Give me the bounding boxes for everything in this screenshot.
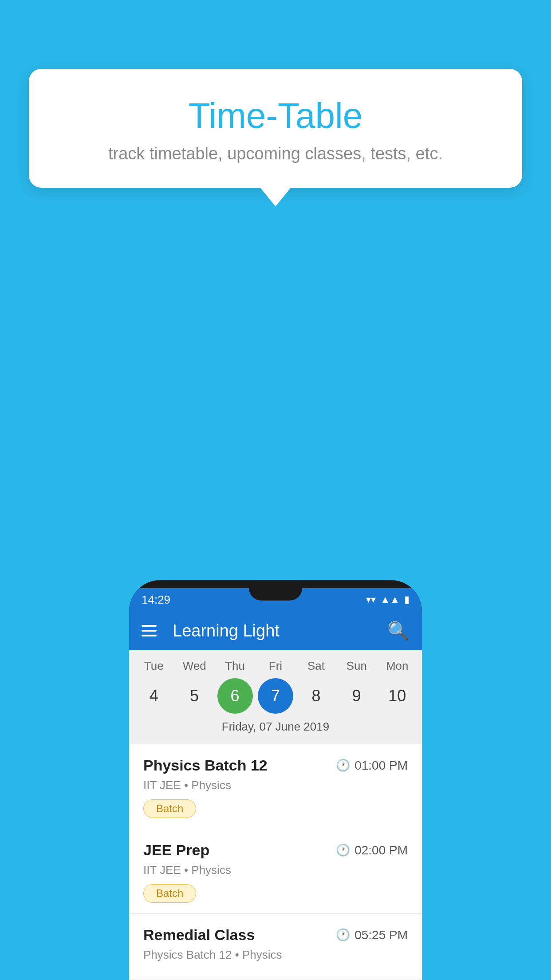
schedule-title-2: JEE Prep — [143, 842, 209, 859]
day-header-sat: Sat — [298, 659, 334, 673]
day-10[interactable]: 10 — [379, 678, 415, 714]
day-header-sun: Sun — [339, 659, 374, 673]
schedule-list: Physics Batch 12 🕐 01:00 PM IIT JEE • Ph… — [129, 744, 422, 980]
clock-icon-2: 🕐 — [336, 843, 350, 857]
day-8[interactable]: 8 — [298, 678, 334, 714]
day-header-wed: Wed — [177, 659, 212, 673]
clock-icon-3: 🕐 — [336, 928, 350, 942]
notch — [249, 588, 302, 601]
phone-frame: 14:29 ▾▾ ▲▲ ▮ Learning Light 🔍 Tue Wed T… — [129, 580, 422, 980]
schedule-item-1-header: Physics Batch 12 🕐 01:00 PM — [143, 757, 408, 774]
day-6-today[interactable]: 6 — [217, 678, 253, 714]
day-header-tue: Tue — [136, 659, 172, 673]
calendar-week: Tue Wed Thu Fri Sat Sun Mon 4 5 6 7 8 9 … — [129, 650, 422, 744]
wifi-icon: ▾▾ — [366, 594, 376, 605]
schedule-item-3-header: Remedial Class 🕐 05:25 PM — [143, 926, 408, 944]
schedule-meta-2: IIT JEE • Physics — [143, 863, 408, 877]
schedule-time-2: 🕐 02:00 PM — [336, 843, 408, 858]
status-bar: 14:29 ▾▾ ▲▲ ▮ — [129, 588, 422, 611]
schedule-time-value-2: 02:00 PM — [354, 843, 408, 858]
day-4[interactable]: 4 — [136, 678, 172, 714]
schedule-title-3: Remedial Class — [143, 926, 255, 944]
search-icon[interactable]: 🔍 — [387, 620, 409, 641]
schedule-time-value-1: 01:00 PM — [354, 759, 408, 773]
day-7-selected[interactable]: 7 — [258, 678, 293, 714]
clock-icon-1: 🕐 — [336, 759, 350, 772]
schedule-item-1[interactable]: Physics Batch 12 🕐 01:00 PM IIT JEE • Ph… — [129, 744, 422, 829]
schedule-meta-1: IIT JEE • Physics — [143, 778, 408, 792]
status-time: 14:29 — [142, 593, 170, 607]
tooltip-title: Time-Table — [60, 95, 491, 136]
schedule-time-value-3: 05:25 PM — [354, 928, 408, 942]
schedule-time-1: 🕐 01:00 PM — [336, 759, 408, 773]
schedule-item-3[interactable]: Remedial Class 🕐 05:25 PM Physics Batch … — [129, 914, 422, 980]
day-headers: Tue Wed Thu Fri Sat Sun Mon — [129, 659, 422, 673]
schedule-title-1: Physics Batch 12 — [143, 757, 268, 774]
phone-screen: Tue Wed Thu Fri Sat Sun Mon 4 5 6 7 8 9 … — [129, 650, 422, 980]
menu-button[interactable] — [142, 625, 157, 636]
battery-icon: ▮ — [404, 594, 409, 605]
signal-icon: ▲▲ — [380, 594, 400, 605]
day-header-mon: Mon — [379, 659, 415, 673]
app-bar: Learning Light 🔍 — [129, 611, 422, 650]
day-numbers: 4 5 6 7 8 9 10 — [129, 678, 422, 714]
schedule-meta-3: Physics Batch 12 • Physics — [143, 948, 408, 962]
schedule-item-2-header: JEE Prep 🕐 02:00 PM — [143, 842, 408, 859]
day-5[interactable]: 5 — [177, 678, 212, 714]
schedule-item-2[interactable]: JEE Prep 🕐 02:00 PM IIT JEE • Physics Ba… — [129, 829, 422, 914]
batch-tag-2: Batch — [143, 884, 196, 903]
tooltip-subtitle: track timetable, upcoming classes, tests… — [60, 144, 491, 163]
selected-date-label: Friday, 07 June 2019 — [129, 720, 422, 740]
app-title: Learning Light — [173, 621, 377, 640]
day-header-fri: Fri — [258, 659, 293, 673]
schedule-time-3: 🕐 05:25 PM — [336, 928, 408, 942]
batch-tag-1: Batch — [143, 799, 196, 818]
tooltip-card: Time-Table track timetable, upcoming cla… — [29, 69, 522, 188]
status-icons: ▾▾ ▲▲ ▮ — [366, 594, 409, 605]
day-9[interactable]: 9 — [339, 678, 374, 714]
day-header-thu: Thu — [217, 659, 253, 673]
